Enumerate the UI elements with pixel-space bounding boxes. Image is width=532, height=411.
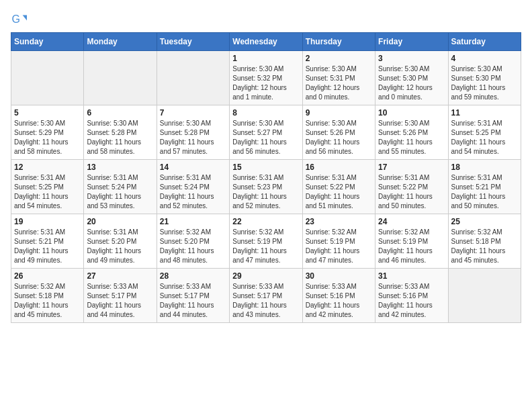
day-number: 10: [378, 108, 445, 118]
day-cell: 1Sunrise: 5:30 AM Sunset: 5:32 PM Daylig…: [230, 51, 302, 105]
calendar-table: SundayMondayTuesdayWednesdayThursdayFrid…: [11, 32, 521, 323]
day-info: Sunrise: 5:32 AM Sunset: 5:19 PM Dayligh…: [232, 228, 299, 265]
day-cell: [11, 51, 84, 105]
day-info: Sunrise: 5:31 AM Sunset: 5:25 PM Dayligh…: [14, 173, 81, 211]
header-friday: Friday: [375, 33, 448, 51]
header-monday: Monday: [84, 33, 157, 51]
day-info: Sunrise: 5:31 AM Sunset: 5:24 PM Dayligh…: [87, 173, 153, 211]
day-info: Sunrise: 5:31 AM Sunset: 5:21 PM Dayligh…: [451, 173, 518, 211]
day-cell: 14Sunrise: 5:31 AM Sunset: 5:24 PM Dayli…: [157, 160, 229, 214]
day-number: 18: [451, 163, 518, 172]
header-sunday: Sunday: [11, 33, 84, 51]
day-info: Sunrise: 5:30 AM Sunset: 5:32 PM Dayligh…: [232, 64, 299, 102]
day-number: 14: [160, 163, 226, 172]
day-info: Sunrise: 5:30 AM Sunset: 5:26 PM Dayligh…: [306, 119, 372, 156]
day-number: 26: [14, 271, 81, 281]
day-number: 2: [306, 54, 372, 63]
day-number: 11: [451, 108, 518, 118]
day-cell: 20Sunrise: 5:31 AM Sunset: 5:20 PM Dayli…: [84, 214, 157, 269]
day-cell: 25Sunrise: 5:32 AM Sunset: 5:18 PM Dayli…: [448, 214, 521, 269]
day-info: Sunrise: 5:30 AM Sunset: 5:28 PM Dayligh…: [160, 119, 226, 156]
day-number: 13: [87, 163, 153, 172]
header-saturday: Saturday: [448, 33, 521, 51]
day-number: 25: [451, 217, 518, 226]
day-cell: 26Sunrise: 5:32 AM Sunset: 5:18 PM Dayli…: [11, 269, 84, 323]
logo: G: [11, 11, 30, 27]
day-info: Sunrise: 5:30 AM Sunset: 5:26 PM Dayligh…: [378, 119, 445, 156]
day-number: 20: [87, 217, 153, 226]
day-cell: 29Sunrise: 5:33 AM Sunset: 5:17 PM Dayli…: [230, 269, 302, 323]
day-number: 9: [306, 108, 372, 118]
day-info: Sunrise: 5:31 AM Sunset: 5:25 PM Dayligh…: [451, 119, 518, 156]
day-info: Sunrise: 5:30 AM Sunset: 5:30 PM Dayligh…: [451, 64, 518, 102]
day-info: Sunrise: 5:33 AM Sunset: 5:17 PM Dayligh…: [232, 282, 299, 320]
day-info: Sunrise: 5:33 AM Sunset: 5:16 PM Dayligh…: [378, 282, 445, 320]
day-number: 19: [14, 217, 81, 226]
day-number: 30: [306, 271, 372, 281]
day-number: 7: [160, 108, 226, 118]
day-cell: 9Sunrise: 5:30 AM Sunset: 5:26 PM Daylig…: [302, 105, 375, 160]
day-cell: 2Sunrise: 5:30 AM Sunset: 5:31 PM Daylig…: [302, 51, 375, 105]
day-number: 15: [232, 163, 299, 172]
day-cell: 16Sunrise: 5:31 AM Sunset: 5:22 PM Dayli…: [302, 160, 375, 214]
svg-marker-1: [23, 15, 27, 20]
day-info: Sunrise: 5:30 AM Sunset: 5:30 PM Dayligh…: [378, 64, 445, 102]
day-cell: 24Sunrise: 5:32 AM Sunset: 5:19 PM Dayli…: [375, 214, 448, 269]
day-number: 6: [87, 108, 153, 118]
day-info: Sunrise: 5:32 AM Sunset: 5:19 PM Dayligh…: [306, 228, 372, 265]
day-cell: 5Sunrise: 5:30 AM Sunset: 5:29 PM Daylig…: [11, 105, 84, 160]
day-info: Sunrise: 5:32 AM Sunset: 5:18 PM Dayligh…: [451, 228, 518, 265]
day-info: Sunrise: 5:33 AM Sunset: 5:16 PM Dayligh…: [306, 282, 372, 320]
week-row-2: 12Sunrise: 5:31 AM Sunset: 5:25 PM Dayli…: [11, 160, 521, 214]
day-cell: 8Sunrise: 5:30 AM Sunset: 5:27 PM Daylig…: [230, 105, 302, 160]
logo-icon: G: [11, 11, 27, 27]
day-number: 22: [232, 217, 299, 226]
week-row-1: 5Sunrise: 5:30 AM Sunset: 5:29 PM Daylig…: [11, 105, 521, 160]
week-row-0: 1Sunrise: 5:30 AM Sunset: 5:32 PM Daylig…: [11, 51, 521, 105]
day-info: Sunrise: 5:31 AM Sunset: 5:20 PM Dayligh…: [87, 228, 153, 265]
day-number: 24: [378, 217, 445, 226]
day-number: 17: [378, 163, 445, 172]
day-info: Sunrise: 5:30 AM Sunset: 5:29 PM Dayligh…: [14, 119, 81, 156]
day-number: 4: [451, 54, 518, 63]
day-cell: 4Sunrise: 5:30 AM Sunset: 5:30 PM Daylig…: [448, 51, 521, 105]
day-info: Sunrise: 5:33 AM Sunset: 5:17 PM Dayligh…: [87, 282, 153, 320]
day-cell: 28Sunrise: 5:33 AM Sunset: 5:17 PM Dayli…: [157, 269, 229, 323]
day-info: Sunrise: 5:31 AM Sunset: 5:22 PM Dayligh…: [378, 173, 445, 211]
day-cell: 6Sunrise: 5:30 AM Sunset: 5:28 PM Daylig…: [84, 105, 157, 160]
day-cell: 27Sunrise: 5:33 AM Sunset: 5:17 PM Dayli…: [84, 269, 157, 323]
week-row-4: 26Sunrise: 5:32 AM Sunset: 5:18 PM Dayli…: [11, 269, 521, 323]
day-number: 8: [232, 108, 299, 118]
day-cell: 17Sunrise: 5:31 AM Sunset: 5:22 PM Dayli…: [375, 160, 448, 214]
day-number: 27: [87, 271, 153, 281]
day-cell: 7Sunrise: 5:30 AM Sunset: 5:28 PM Daylig…: [157, 105, 229, 160]
day-number: 29: [232, 271, 299, 281]
day-cell: 22Sunrise: 5:32 AM Sunset: 5:19 PM Dayli…: [230, 214, 302, 269]
day-info: Sunrise: 5:32 AM Sunset: 5:19 PM Dayligh…: [378, 228, 445, 265]
day-number: 3: [378, 54, 445, 63]
day-number: 1: [232, 54, 299, 63]
day-info: Sunrise: 5:32 AM Sunset: 5:20 PM Dayligh…: [160, 228, 226, 265]
day-cell: 18Sunrise: 5:31 AM Sunset: 5:21 PM Dayli…: [448, 160, 521, 214]
day-number: 12: [14, 163, 81, 172]
week-row-3: 19Sunrise: 5:31 AM Sunset: 5:21 PM Dayli…: [11, 214, 521, 269]
day-cell: [157, 51, 229, 105]
day-cell: 3Sunrise: 5:30 AM Sunset: 5:30 PM Daylig…: [375, 51, 448, 105]
header-row: SundayMondayTuesdayWednesdayThursdayFrid…: [11, 33, 521, 51]
day-info: Sunrise: 5:32 AM Sunset: 5:18 PM Dayligh…: [14, 282, 81, 320]
day-cell: 10Sunrise: 5:30 AM Sunset: 5:26 PM Dayli…: [375, 105, 448, 160]
day-info: Sunrise: 5:31 AM Sunset: 5:23 PM Dayligh…: [232, 173, 299, 211]
day-info: Sunrise: 5:30 AM Sunset: 5:31 PM Dayligh…: [306, 64, 372, 102]
day-info: Sunrise: 5:30 AM Sunset: 5:28 PM Dayligh…: [87, 119, 153, 156]
day-info: Sunrise: 5:30 AM Sunset: 5:27 PM Dayligh…: [232, 119, 299, 156]
day-number: 16: [306, 163, 372, 172]
day-number: 5: [14, 108, 81, 118]
header-thursday: Thursday: [302, 33, 375, 51]
day-cell: 23Sunrise: 5:32 AM Sunset: 5:19 PM Dayli…: [302, 214, 375, 269]
day-cell: 19Sunrise: 5:31 AM Sunset: 5:21 PM Dayli…: [11, 214, 84, 269]
day-info: Sunrise: 5:31 AM Sunset: 5:24 PM Dayligh…: [160, 173, 226, 211]
header-wednesday: Wednesday: [230, 33, 302, 51]
header-tuesday: Tuesday: [157, 33, 229, 51]
day-cell: 11Sunrise: 5:31 AM Sunset: 5:25 PM Dayli…: [448, 105, 521, 160]
page-header: G: [11, 11, 521, 27]
